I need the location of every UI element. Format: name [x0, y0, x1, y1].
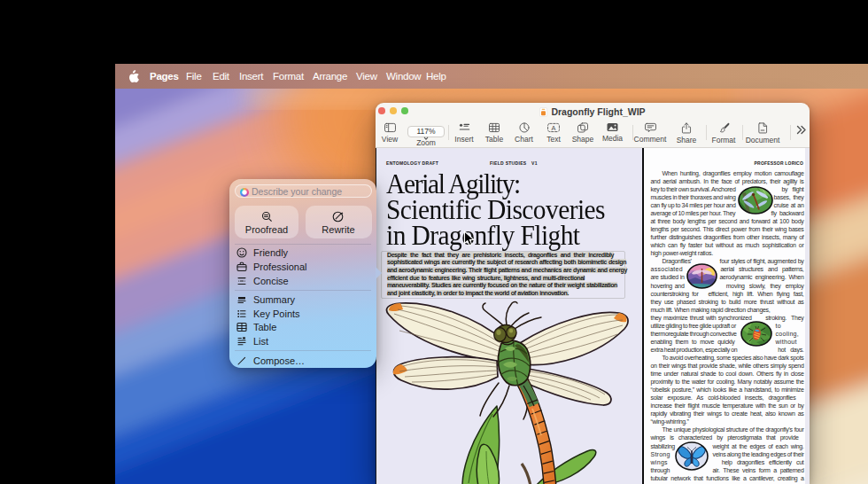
svg-text:A: A [552, 123, 556, 131]
